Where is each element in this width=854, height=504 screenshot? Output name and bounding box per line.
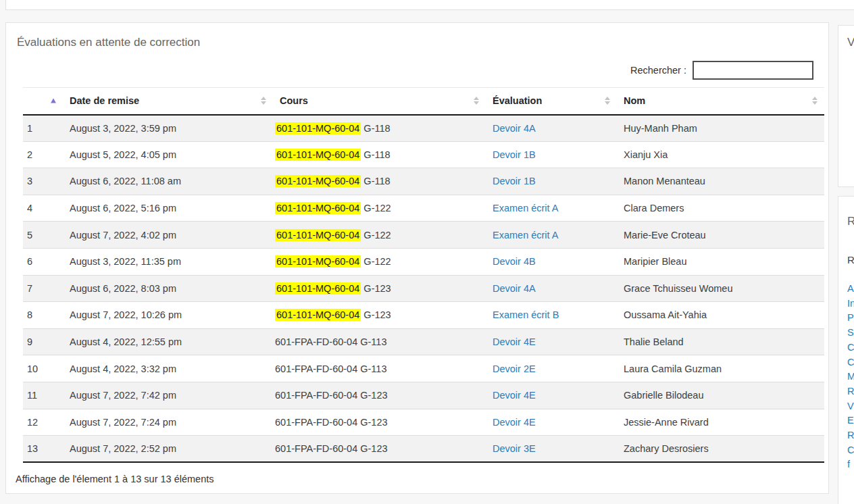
sidebar-link[interactable]: R bbox=[847, 384, 854, 399]
row-index: 4 bbox=[23, 195, 63, 222]
sidebar-link[interactable]: In bbox=[847, 297, 854, 311]
evaluation-link[interactable]: Devoir 4E bbox=[493, 390, 536, 401]
sidebar-link-list: AInPSCCMRVERCf bbox=[847, 282, 854, 472]
course-code: 601-101-MQ-60-04 bbox=[275, 309, 361, 321]
row-course: 601-101-MQ-60-04 G-123 bbox=[273, 275, 486, 302]
table-row: 6 August 3, 2022, 11:35 pm 601-101-MQ-60… bbox=[23, 248, 824, 275]
row-evaluation: Devoir 4E bbox=[486, 382, 617, 409]
row-name: Oussama Ait-Yahia bbox=[617, 302, 824, 329]
evaluation-link[interactable]: Devoir 2E bbox=[493, 363, 536, 374]
sidebar-link[interactable]: V bbox=[847, 399, 854, 414]
sort-ascending-icon bbox=[51, 99, 56, 103]
table-row: 4 August 6, 2022, 5:16 pm 601-101-MQ-60-… bbox=[23, 195, 824, 222]
table-header-row: Date de remise Cours Évaluation Nom bbox=[23, 88, 824, 115]
column-header-evaluation[interactable]: Évaluation bbox=[486, 88, 617, 115]
sidebar-link[interactable]: M bbox=[847, 370, 854, 384]
evaluation-link[interactable]: Devoir 4E bbox=[493, 336, 536, 347]
course-group: G-113 bbox=[360, 336, 386, 347]
course-group: G-122 bbox=[363, 230, 391, 241]
course-code: 601-101-MQ-60-04 bbox=[275, 282, 361, 295]
row-index: 12 bbox=[23, 409, 63, 436]
table-row: 3 August 6, 2022, 11:08 am 601-101-MQ-60… bbox=[23, 168, 824, 195]
course-code: 601-101-MQ-60-04 bbox=[275, 255, 361, 268]
evaluation-link[interactable]: Devoir 1B bbox=[493, 176, 536, 186]
evaluation-link[interactable]: Examen écrit A bbox=[493, 203, 559, 213]
search-input[interactable] bbox=[693, 61, 813, 80]
row-index: 3 bbox=[23, 168, 63, 195]
table-search: Rechercher : bbox=[630, 61, 813, 80]
table-row: 8 August 7, 2022, 10:26 pm 601-101-MQ-60… bbox=[23, 302, 824, 329]
row-index: 13 bbox=[23, 436, 63, 463]
row-name: Gabrielle Bilodeau bbox=[617, 382, 824, 409]
column-header-course[interactable]: Cours bbox=[273, 88, 486, 115]
row-evaluation: Devoir 4B bbox=[486, 248, 617, 275]
sidebar-link[interactable]: P bbox=[847, 311, 854, 326]
table-row: 13 August 7, 2022, 2:52 pm 601-FPA-FD-60… bbox=[23, 436, 824, 463]
row-evaluation: Devoir 4A bbox=[486, 275, 617, 302]
row-evaluation: Devoir 3E bbox=[486, 436, 617, 463]
top-panel-edge bbox=[5, 0, 854, 10]
row-index: 2 bbox=[23, 141, 63, 168]
sidebar-link[interactable]: A bbox=[847, 282, 854, 297]
sidebar-link[interactable]: C bbox=[847, 341, 854, 355]
sidebar-link[interactable]: f bbox=[847, 457, 854, 472]
row-date: August 7, 2022, 4:02 pm bbox=[63, 222, 273, 249]
row-course: 601-101-MQ-60-04 G-122 bbox=[273, 222, 486, 249]
column-header-name[interactable]: Nom bbox=[617, 88, 824, 115]
course-group: G-122 bbox=[363, 203, 391, 213]
row-evaluation: Devoir 4A bbox=[486, 115, 617, 142]
row-date: August 5, 2022, 4:05 pm bbox=[63, 141, 273, 168]
row-name: Laura Camila Guzman bbox=[617, 355, 824, 382]
course-code: 601-FPA-FD-60-04 bbox=[275, 363, 357, 374]
course-group: G-123 bbox=[363, 309, 391, 320]
evaluation-link[interactable]: Devoir 3E bbox=[493, 443, 536, 454]
row-course: 601-101-MQ-60-04 G-122 bbox=[273, 195, 486, 222]
row-index: 1 bbox=[23, 115, 63, 142]
evaluation-link[interactable]: Devoir 1B bbox=[493, 149, 536, 160]
course-code: 601-101-MQ-60-04 bbox=[275, 175, 361, 187]
row-course: 601-101-MQ-60-04 G-123 bbox=[273, 302, 486, 329]
table-row: 2 August 5, 2022, 4:05 pm 601-101-MQ-60-… bbox=[23, 141, 824, 168]
row-index: 10 bbox=[23, 355, 63, 382]
table-row: 1 August 3, 2022, 3:59 pm 601-101-MQ-60-… bbox=[23, 115, 824, 142]
course-code: 601-101-MQ-60-04 bbox=[275, 202, 361, 214]
sidebar-link[interactable]: C bbox=[847, 355, 854, 370]
evaluation-link[interactable]: Devoir 4B bbox=[493, 256, 536, 267]
sidebar-link[interactable]: S bbox=[847, 326, 854, 341]
course-code: 601-FPA-FD-60-04 bbox=[275, 417, 357, 428]
row-date: August 6, 2022, 5:16 pm bbox=[63, 195, 273, 222]
row-evaluation: Examen écrit A bbox=[486, 222, 617, 249]
row-course: 601-FPA-FD-60-04 G-123 bbox=[273, 436, 486, 463]
evaluation-link[interactable]: Devoir 4A bbox=[493, 123, 536, 134]
sidebar-link[interactable]: R bbox=[847, 428, 854, 443]
course-code: 601-FPA-FD-60-04 bbox=[275, 336, 357, 347]
column-header-date[interactable]: Date de remise bbox=[63, 88, 273, 115]
course-group: G-113 bbox=[360, 363, 386, 374]
row-index: 9 bbox=[23, 328, 63, 355]
evaluation-link[interactable]: Devoir 4A bbox=[493, 283, 536, 294]
sidebar-link[interactable]: C bbox=[847, 443, 854, 458]
evaluation-link[interactable]: Devoir 4E bbox=[493, 417, 536, 428]
pending-evaluations-panel: Évaluations en attente de correction Rec… bbox=[5, 22, 829, 494]
table-row: 10 August 4, 2022, 3:32 pm 601-FPA-FD-60… bbox=[23, 355, 824, 382]
sort-both-icon bbox=[261, 97, 266, 105]
row-date: August 7, 2022, 2:52 pm bbox=[63, 436, 273, 463]
row-evaluation: Examen écrit B bbox=[486, 302, 617, 329]
right-sidebar-panel-links: R R AInPSCCMRVERCf bbox=[838, 196, 854, 504]
evaluation-link[interactable]: Examen écrit A bbox=[493, 230, 559, 241]
evaluation-link[interactable]: Examen écrit B bbox=[493, 309, 559, 320]
table-row: 5 August 7, 2022, 4:02 pm 601-101-MQ-60-… bbox=[23, 222, 824, 249]
row-name: Xianju Xia bbox=[617, 141, 824, 168]
row-evaluation: Examen écrit A bbox=[486, 195, 617, 222]
row-date: August 6, 2022, 11:08 am bbox=[63, 168, 273, 195]
right-sidebar-panel-events: V bbox=[838, 25, 854, 187]
row-date: August 4, 2022, 3:32 pm bbox=[63, 355, 273, 382]
sidebar-link[interactable]: E bbox=[847, 413, 854, 428]
row-date: August 4, 2022, 12:55 pm bbox=[63, 328, 273, 355]
row-date: August 7, 2022, 7:24 pm bbox=[63, 409, 273, 436]
row-index: 11 bbox=[23, 382, 63, 409]
table-row: 12 August 7, 2022, 7:24 pm 601-FPA-FD-60… bbox=[23, 409, 824, 436]
column-header-index[interactable] bbox=[23, 88, 63, 115]
row-name: Huy-Manh Pham bbox=[617, 115, 824, 142]
row-course: 601-FPA-FD-60-04 G-123 bbox=[273, 409, 486, 436]
